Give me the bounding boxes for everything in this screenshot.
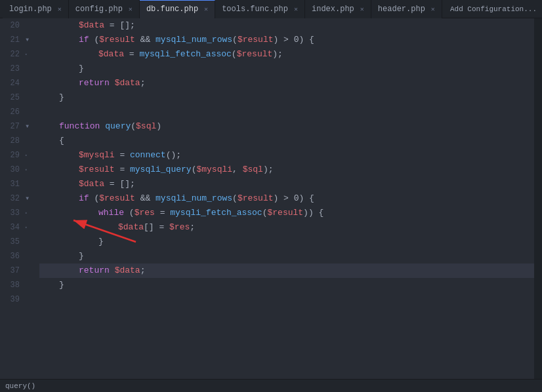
code-line-34[interactable]: $data[] = $res; <box>39 220 534 235</box>
token-plain: , <box>232 163 243 177</box>
tab-db-func-close[interactable]: ✕ <box>204 5 208 13</box>
token-var: $res <box>135 206 155 220</box>
tab-header-label: header.php <box>378 5 425 14</box>
line-number-36: 36 <box>10 249 20 264</box>
token-plain: ( <box>131 119 136 134</box>
tab-login-close[interactable]: ✕ <box>58 5 62 13</box>
line-number-38: 38 <box>10 278 20 292</box>
code-line-22[interactable]: $data = mysqli_fetch_assoc($result); <box>39 47 534 62</box>
token-plain: && <box>135 33 156 47</box>
tab-tools-func-label: tools.func.php <box>222 5 288 14</box>
token-kw: if <box>79 33 89 47</box>
line-number-37: 37 <box>10 264 20 278</box>
scrollbar[interactable] <box>534 18 542 379</box>
tab-header-close[interactable]: ✕ <box>431 5 435 13</box>
code-line-30[interactable]: $result = mysqli_query($mysqli, $sql); <box>39 163 534 177</box>
tab-index[interactable]: index.php ✕ <box>305 0 371 18</box>
gutter-line-34: 34· <box>0 220 29 235</box>
token-var: $result <box>99 191 135 206</box>
code-line-25[interactable]: } <box>39 90 534 105</box>
token-var: $res <box>169 220 190 235</box>
code-content[interactable]: $data = [];if ($result && mysqli_num_row… <box>34 18 534 379</box>
code-line-33[interactable]: while ($res = mysqli_fetch_assoc($result… <box>39 206 534 220</box>
gutter-line-35: 35 <box>0 235 29 249</box>
tab-login[interactable]: login.php ✕ <box>3 0 69 18</box>
tab-login-label: login.php <box>9 5 52 14</box>
token-fn-call: mysqli_num_rows <box>156 33 232 47</box>
gutter-line-27: 27▼ <box>0 119 29 134</box>
add-configuration-label: Add Configuration... <box>450 5 537 13</box>
fold-icon-32[interactable]: ▼ <box>21 191 29 206</box>
token-var: $data <box>98 47 124 62</box>
token-var: $mysqli <box>196 163 232 177</box>
line-number-25: 25 <box>10 90 20 105</box>
token-var: $result <box>238 33 274 47</box>
tab-config[interactable]: config.php ✕ <box>69 0 140 18</box>
token-plain: ; <box>140 264 146 278</box>
line-number-22: 22 <box>10 47 20 62</box>
gutter-line-25: 25 <box>0 90 29 105</box>
token-plain: ( <box>192 163 197 177</box>
fold-icon-30[interactable]: · <box>21 163 29 177</box>
fold-icon-27[interactable]: ▼ <box>21 119 29 134</box>
gutter-line-38: 38 <box>0 278 29 292</box>
line-number-29: 29 <box>10 148 20 163</box>
code-line-26[interactable] <box>39 105 534 119</box>
fold-icon-34[interactable]: · <box>21 220 29 235</box>
code-line-32[interactable]: if ($result && mysqli_num_rows($result) … <box>39 191 534 206</box>
code-line-20[interactable]: $data = []; <box>39 18 534 33</box>
code-line-23[interactable]: } <box>39 62 534 76</box>
fold-icon-21[interactable]: ▼ <box>21 33 29 47</box>
code-line-28[interactable]: { <box>39 134 534 148</box>
gutter-line-33: 33· <box>0 206 29 220</box>
code-line-37[interactable]: return $data; <box>39 264 534 278</box>
tab-config-close[interactable]: ✕ <box>129 5 133 13</box>
code-line-27[interactable]: function query($sql) <box>39 119 534 134</box>
token-var: $data <box>115 76 140 90</box>
token-plain: = <box>115 163 130 177</box>
token-var: $result <box>79 163 115 177</box>
gutter-line-21: 21▼ <box>0 33 29 47</box>
line-number-39: 39 <box>10 292 20 307</box>
gutter-line-26: 26 <box>0 105 29 119</box>
line-number-30: 30 <box>10 163 20 177</box>
token-fn-call: mysqli_query <box>130 163 192 177</box>
token-plain: = []; <box>104 177 135 191</box>
code-line-39[interactable] <box>39 292 534 307</box>
status-function-name: query() <box>5 382 35 390</box>
token-plain: ); <box>272 47 283 62</box>
code-line-36[interactable]: } <box>39 249 534 264</box>
code-line-21[interactable]: if ($result && mysqli_num_rows($result) … <box>39 33 534 47</box>
fold-icon-33[interactable]: · <box>21 206 29 220</box>
tab-tools-func-close[interactable]: ✕ <box>294 5 298 13</box>
line-number-24: 24 <box>10 76 20 90</box>
tab-tools-func[interactable]: tools.func.php ✕ <box>215 0 305 18</box>
line-number-31: 31 <box>10 177 20 191</box>
code-line-24[interactable]: return $data; <box>39 76 534 90</box>
token-fn: query <box>105 119 131 134</box>
line-number-32: 32 <box>10 191 20 206</box>
add-configuration-button[interactable]: Add Configuration... <box>450 5 537 13</box>
token-plain <box>110 76 115 90</box>
code-line-29[interactable]: $mysqli = connect(); <box>39 148 534 163</box>
tab-db-func-label: db.func.php <box>146 5 198 14</box>
token-fn-call: mysqli_fetch_assoc <box>139 47 231 62</box>
gutter-line-29: 29· <box>0 148 29 163</box>
tab-index-close[interactable]: ✕ <box>360 5 364 13</box>
token-var: $result <box>268 206 304 220</box>
token-plain: ( <box>232 191 238 206</box>
fold-icon-29[interactable]: · <box>21 148 29 163</box>
token-fn-call: mysqli_num_rows <box>156 191 232 206</box>
tab-index-label: index.php <box>312 5 354 14</box>
tab-header[interactable]: header.php ✕ <box>371 0 442 18</box>
token-var: $sql <box>136 119 156 134</box>
code-line-38[interactable]: } <box>39 278 534 292</box>
code-line-31[interactable]: $data = []; <box>39 177 534 191</box>
tab-db-func[interactable]: db.func.php ✕ <box>140 0 215 18</box>
status-bar: query() <box>0 379 542 392</box>
code-line-35[interactable]: } <box>39 235 534 249</box>
token-kw: return <box>79 264 110 278</box>
fold-icon-22[interactable]: · <box>21 47 29 62</box>
gutter-line-32: 32▼ <box>0 191 29 206</box>
gutter-line-28: 28 <box>0 134 29 148</box>
